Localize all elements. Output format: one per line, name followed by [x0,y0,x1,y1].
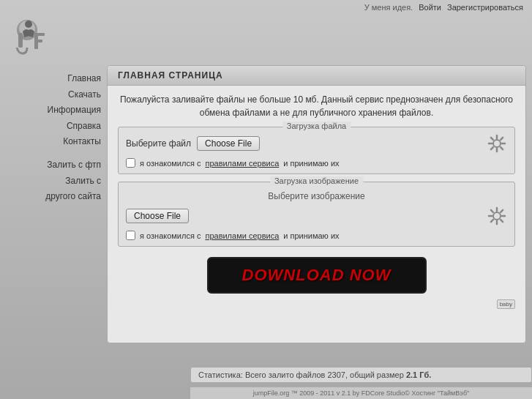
footer-bar: jumpFile.org ™ 2009 - 2011 v 2.1 by FDCo… [190,387,532,399]
agree-text-1: я ознакомился с [140,159,201,168]
sidebar-group-2: Залить с фтп Залить с другого сайта [6,157,101,205]
svg-line-13 [501,147,503,149]
gear-svg-2 [487,206,506,225]
gear-icon-1 [487,133,507,154]
content-panel: Главная страница Пожалуйста заливайте фа… [107,65,526,343]
download-btn-wrapper: DOWNLOAD NOW [118,257,515,294]
upload-file-label: Выберите файл [126,138,191,149]
baby-badge-text: baby [497,299,515,309]
panel-title: Главная страница [108,66,525,86]
sidebar-item-contacts[interactable]: Контакты [6,134,101,150]
idea-text: У меня идея. [364,3,413,12]
checkbox-row-1: я ознакомился с правилами сервиса и прин… [126,158,507,168]
upload-file-section: Загрузка файла Выберите файл Choose File [118,127,515,174]
svg-line-24 [491,220,493,222]
register-link[interactable]: Зарегистрироваться [447,3,523,12]
choose-file-button-2[interactable]: Choose File [126,209,189,223]
upload-file-legend: Загрузка файла [282,122,351,130]
sidebar-item-other2[interactable]: другого сайта [6,189,101,205]
main-layout: Главная Скачать Информация Справка Конта… [0,65,532,343]
sidebar: Главная Скачать Информация Справка Конта… [6,65,101,343]
logo-svg [12,17,71,61]
svg-line-14 [501,138,503,140]
sidebar-item-ftp[interactable]: Залить с фтп [6,157,101,174]
upload-image-label: Выберите изображение [268,191,364,201]
svg-line-21 [491,210,493,212]
rules-link-2[interactable]: правилами сервиса [205,231,279,240]
upload-file-row: Выберите файл Choose File [126,133,507,154]
svg-rect-6 [34,40,42,42]
panel-body: Пожалуйста заливайте файлы не больше 10 … [108,86,525,319]
agree-checkbox-1[interactable] [126,158,135,168]
download-now-button[interactable]: DOWNLOAD NOW [207,257,427,294]
sidebar-item-info[interactable]: Информация [6,102,101,119]
svg-line-12 [491,138,493,140]
sidebar-item-other1[interactable]: Залить с [6,174,101,190]
checkbox-row-2: я ознакомился с правилами сервиса и прин… [126,231,507,240]
gear-icon-2 [487,206,507,226]
agree-text-2: я ознакомился с [140,231,201,240]
svg-line-23 [501,210,503,212]
svg-line-22 [501,220,503,222]
sidebar-item-help[interactable]: Справка [6,119,101,135]
stats-text: Статистика: Всего залито файлов 2307, об… [198,370,404,379]
agree-text-1b: и принимаю их [283,159,339,168]
svg-rect-5 [34,33,45,36]
agree-checkbox-2[interactable] [126,231,135,240]
top-bar: У меня идея. Войти Зарегистрироваться [0,0,532,15]
logo [9,15,75,62]
stats-bar: Статистика: Всего залито файлов 2307, об… [190,367,532,383]
svg-point-16 [493,212,501,220]
stats-size: 2.1 Гб. [406,370,431,379]
upload-image-section: Загрузка изображение Выберите изображени… [118,182,515,247]
choose-file-button-1[interactable]: Choose File [197,136,260,151]
rules-link-1[interactable]: правилами сервиса [205,159,279,168]
download-btn-label: DOWNLOAD NOW [242,266,391,284]
download-btn-text: DOWNLOAD NOW [242,266,391,285]
baby-badge: baby [118,299,515,309]
svg-point-2 [25,20,32,28]
login-link[interactable]: Войти [419,3,441,12]
sidebar-item-download[interactable]: Скачать [6,87,101,103]
header [0,15,532,65]
info-text: Пожалуйста заливайте файлы не больше 10 … [118,93,515,119]
agree-text-2b: и принимаю их [283,231,339,240]
upload-image-legend: Загрузка изображение [270,176,363,185]
svg-line-15 [491,147,493,149]
svg-point-7 [493,140,501,147]
gear-svg-1 [487,134,506,153]
svg-rect-3 [18,33,23,48]
sidebar-item-home[interactable]: Главная [6,71,101,87]
footer-text: jumpFile.org ™ 2009 - 2011 v 2.1 by FDCo… [253,389,470,397]
upload-image-row: Choose File [126,206,507,226]
